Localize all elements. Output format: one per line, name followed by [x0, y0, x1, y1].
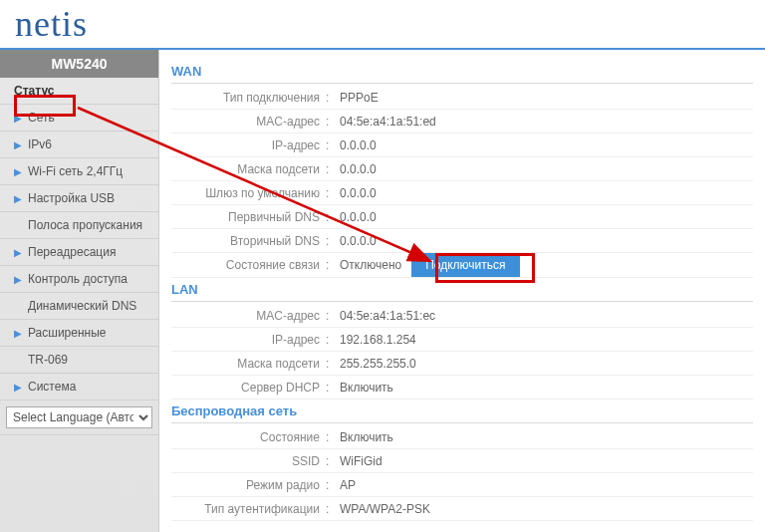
- row-wan-gw: Шлюз по умолчанию: 0.0.0.0: [171, 181, 753, 205]
- field-label: Первичный DNS: [171, 210, 326, 224]
- row-wifi-auth: Тип аутентификации: WPA/WPA2-PSK: [171, 497, 753, 521]
- field-value: 04:5e:a4:1a:51:ec: [334, 309, 435, 323]
- row-lan-mask: Маска подсети: 255.255.255.0: [171, 352, 753, 376]
- main-container: MW5240 Статус ▶ Сеть ▶ IPv6 ▶ Wi-Fi сеть…: [0, 50, 765, 532]
- chevron-right-icon: ▶: [14, 247, 22, 258]
- connect-button[interactable]: Подключиться: [411, 253, 519, 277]
- row-wifi-mode: Режим радио: AP: [171, 473, 753, 497]
- sidebar-item-system[interactable]: ▶ Система: [0, 374, 158, 400]
- field-label: IP-адрес: [171, 138, 326, 152]
- row-lan-mac: MAC-адрес: 04:5e:a4:1a:51:ec: [171, 304, 753, 328]
- row-wifi-state: Состояние: Включить: [171, 425, 753, 449]
- field-value: 192.168.1.254: [334, 333, 416, 347]
- field-label: Маска подсети: [171, 357, 326, 371]
- nav-label: Расширенные: [28, 326, 107, 340]
- language-select[interactable]: Select Language (Авто): [6, 406, 152, 428]
- sidebar-item-wifi24[interactable]: ▶ Wi-Fi сеть 2,4ГГц: [0, 158, 158, 185]
- field-value: 0.0.0.0: [334, 162, 377, 176]
- nav-label: Система: [28, 380, 76, 394]
- row-wan-ip: IP-адрес: 0.0.0.0: [171, 133, 753, 157]
- field-value: Включить: [334, 381, 393, 395]
- field-value: 04:5e:a4:1a:51:ed: [334, 115, 436, 129]
- row-wifi-ssid: SSID: WiFiGid: [171, 449, 753, 473]
- field-label: Состояние: [171, 430, 326, 444]
- nav-label: Wi-Fi сеть 2,4ГГц: [28, 164, 123, 178]
- nav-label: Статус: [14, 84, 54, 98]
- row-lan-dhcp: Сервер DHCP: Включить: [171, 376, 753, 399]
- field-label: Режим радио: [171, 478, 326, 492]
- field-label: Тип подключения: [171, 91, 326, 105]
- sidebar-item-status[interactable]: Статус: [0, 78, 158, 105]
- field-label: MAC-адрес: [171, 115, 326, 129]
- nav-label: Контроль доступа: [28, 272, 128, 286]
- row-wan-mask: Маска подсети: 0.0.0.0: [171, 157, 753, 181]
- sidebar-item-ddns[interactable]: Динамический DNS: [0, 293, 158, 320]
- field-label: Шлюз по умолчанию: [171, 186, 326, 200]
- sidebar-item-advanced[interactable]: ▶ Расширенные: [0, 320, 158, 347]
- sidebar-item-forward[interactable]: ▶ Переадресация: [0, 239, 158, 266]
- row-wan-mac: MAC-адрес: 04:5e:a4:1a:51:ed: [171, 110, 753, 133]
- chevron-right-icon: ▶: [14, 139, 22, 150]
- row-wan-dns2: Вторичный DNS: 0.0.0.0: [171, 229, 753, 253]
- sidebar-item-bandwidth[interactable]: Полоса пропускания: [0, 212, 158, 239]
- content: WAN Тип подключения: PPPoE MAC-адрес: 04…: [159, 50, 765, 532]
- field-value: 255.255.255.0: [334, 357, 416, 371]
- language-wrap: Select Language (Авто): [0, 400, 158, 435]
- field-label: Маска подсети: [171, 162, 326, 176]
- field-value: Отключено Подключиться: [334, 253, 520, 277]
- row-wan-conntype: Тип подключения: PPPoE: [171, 86, 753, 110]
- sidebar-item-access[interactable]: ▶ Контроль доступа: [0, 266, 158, 293]
- field-value: WiFiGid: [334, 454, 382, 468]
- chevron-right-icon: ▶: [14, 274, 22, 285]
- model-label: MW5240: [0, 50, 158, 78]
- nav-label: Полоса пропускания: [28, 218, 142, 232]
- nav-label: IPv6: [28, 137, 52, 151]
- section-title-lan: LAN: [171, 278, 753, 302]
- sidebar-item-ipv6[interactable]: ▶ IPv6: [0, 132, 158, 158]
- nav-label: Переадресация: [28, 245, 116, 259]
- chevron-right-icon: ▶: [14, 193, 22, 204]
- chevron-right-icon: ▶: [14, 166, 22, 177]
- sidebar: MW5240 Статус ▶ Сеть ▶ IPv6 ▶ Wi-Fi сеть…: [0, 50, 159, 532]
- field-value: AP: [334, 478, 356, 492]
- field-value: PPPoE: [334, 91, 379, 105]
- chevron-right-icon: ▶: [14, 382, 22, 393]
- field-label: Состояние связи: [171, 258, 326, 272]
- sidebar-item-net[interactable]: ▶ Сеть: [0, 105, 158, 132]
- field-value: WPA/WPA2-PSK: [334, 502, 430, 516]
- field-label: Вторичный DNS: [171, 234, 326, 248]
- nav-label: Динамический DNS: [28, 299, 136, 313]
- field-label: SSID: [171, 454, 326, 468]
- field-label: MAC-адрес: [171, 309, 326, 323]
- row-wan-dns1: Первичный DNS: 0.0.0.0: [171, 205, 753, 229]
- sidebar-item-usb[interactable]: ▶ Настройка USB: [0, 185, 158, 212]
- field-value: 0.0.0.0: [334, 186, 377, 200]
- section-title-wan: WAN: [171, 60, 753, 84]
- state-text: Отключено: [340, 258, 401, 272]
- field-value: 0.0.0.0: [334, 234, 377, 248]
- field-value: 0.0.0.0: [334, 210, 377, 224]
- section-title-wifi: Беспроводная сеть: [171, 399, 753, 423]
- row-wan-state: Состояние связи: Отключено Подключиться: [171, 253, 753, 278]
- field-value: Включить: [334, 430, 393, 444]
- field-value: 0.0.0.0: [334, 138, 377, 152]
- field-label: Тип аутентификации: [171, 502, 326, 516]
- nav-label: Настройка USB: [28, 191, 115, 205]
- chevron-right-icon: ▶: [14, 328, 22, 339]
- nav-label: TR-069: [28, 353, 68, 367]
- chevron-right-icon: ▶: [14, 113, 22, 124]
- sidebar-item-tr069[interactable]: TR-069: [0, 347, 158, 374]
- header: netis: [0, 0, 765, 50]
- brand-logo: netis: [15, 3, 88, 45]
- nav-label: Сеть: [28, 111, 55, 125]
- field-label: IP-адрес: [171, 333, 326, 347]
- field-label: Сервер DHCP: [171, 381, 326, 395]
- row-lan-ip: IP-адрес: 192.168.1.254: [171, 328, 753, 352]
